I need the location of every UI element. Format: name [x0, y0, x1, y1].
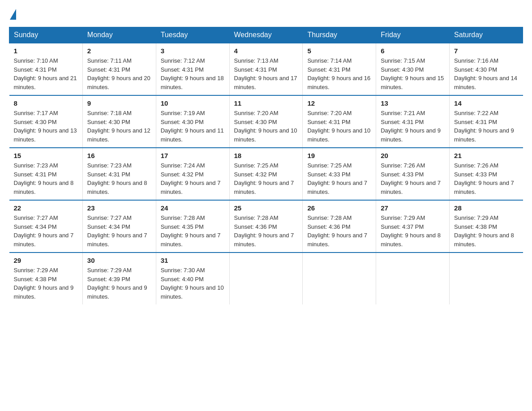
day-info: Sunrise: 7:28 AM Sunset: 4:36 PM Dayligh… [234, 214, 298, 248]
calendar-cell: 15 Sunrise: 7:23 AM Sunset: 4:31 PM Dayl… [9, 148, 83, 200]
calendar-table: SundayMondayTuesdayWednesdayThursdayFrid… [9, 27, 523, 304]
day-info: Sunrise: 7:29 AM Sunset: 4:38 PM Dayligh… [14, 266, 78, 301]
calendar-cell: 12 Sunrise: 7:20 AM Sunset: 4:31 PM Dayl… [303, 95, 376, 148]
day-number: 24 [161, 204, 225, 212]
day-number: 11 [234, 99, 298, 107]
day-info: Sunrise: 7:26 AM Sunset: 4:33 PM Dayligh… [454, 161, 518, 196]
weekday-header-wednesday: Wednesday [229, 27, 303, 43]
calendar-cell: 1 Sunrise: 7:10 AM Sunset: 4:31 PM Dayli… [9, 43, 83, 95]
day-number: 1 [14, 47, 78, 55]
calendar-cell: 6 Sunrise: 7:15 AM Sunset: 4:30 PM Dayli… [376, 43, 450, 95]
calendar-cell: 16 Sunrise: 7:23 AM Sunset: 4:31 PM Dayl… [82, 148, 156, 200]
calendar-cell: 27 Sunrise: 7:29 AM Sunset: 4:37 PM Dayl… [376, 200, 450, 253]
day-number: 31 [161, 257, 225, 264]
day-number: 17 [161, 152, 225, 159]
calendar-cell [376, 253, 450, 304]
calendar-cell: 8 Sunrise: 7:17 AM Sunset: 4:30 PM Dayli… [9, 95, 83, 148]
calendar-cell: 18 Sunrise: 7:25 AM Sunset: 4:32 PM Dayl… [229, 148, 303, 200]
calendar-cell [229, 253, 303, 304]
calendar-cell: 5 Sunrise: 7:14 AM Sunset: 4:31 PM Dayli… [303, 43, 376, 95]
weekday-header-tuesday: Tuesday [156, 27, 229, 43]
calendar-cell: 24 Sunrise: 7:28 AM Sunset: 4:35 PM Dayl… [156, 200, 229, 253]
day-number: 12 [307, 99, 371, 107]
day-info: Sunrise: 7:18 AM Sunset: 4:30 PM Dayligh… [87, 109, 151, 144]
logo-text-block [9, 9, 16, 18]
calendar-cell [450, 253, 523, 304]
day-number: 26 [307, 204, 371, 212]
calendar-cell: 4 Sunrise: 7:13 AM Sunset: 4:31 PM Dayli… [229, 43, 303, 95]
day-info: Sunrise: 7:13 AM Sunset: 4:31 PM Dayligh… [234, 56, 298, 91]
day-number: 23 [87, 204, 151, 212]
calendar-header: SundayMondayTuesdayWednesdayThursdayFrid… [9, 27, 523, 43]
day-info: Sunrise: 7:29 AM Sunset: 4:38 PM Dayligh… [454, 214, 518, 248]
day-info: Sunrise: 7:29 AM Sunset: 4:37 PM Dayligh… [381, 214, 445, 248]
day-number: 22 [14, 204, 78, 212]
weekday-header-monday: Monday [82, 27, 156, 43]
day-number: 8 [14, 99, 78, 107]
calendar-cell: 31 Sunrise: 7:30 AM Sunset: 4:40 PM Dayl… [156, 253, 229, 304]
day-number: 3 [161, 47, 225, 55]
calendar-cell: 2 Sunrise: 7:11 AM Sunset: 4:31 PM Dayli… [82, 43, 156, 95]
calendar-cell: 30 Sunrise: 7:29 AM Sunset: 4:39 PM Dayl… [82, 253, 156, 304]
calendar-week-row: 22 Sunrise: 7:27 AM Sunset: 4:34 PM Dayl… [9, 200, 523, 253]
day-number: 27 [381, 204, 445, 212]
day-number: 18 [234, 152, 298, 159]
day-info: Sunrise: 7:23 AM Sunset: 4:31 PM Dayligh… [87, 161, 151, 196]
calendar-cell: 23 Sunrise: 7:27 AM Sunset: 4:34 PM Dayl… [82, 200, 156, 253]
day-info: Sunrise: 7:20 AM Sunset: 4:31 PM Dayligh… [307, 109, 371, 144]
day-number: 14 [454, 99, 518, 107]
page-header [9, 9, 523, 18]
weekday-header-saturday: Saturday [450, 27, 523, 43]
calendar-cell: 19 Sunrise: 7:25 AM Sunset: 4:33 PM Dayl… [303, 148, 376, 200]
day-info: Sunrise: 7:30 AM Sunset: 4:40 PM Dayligh… [161, 266, 225, 301]
day-info: Sunrise: 7:12 AM Sunset: 4:31 PM Dayligh… [161, 56, 225, 91]
day-info: Sunrise: 7:10 AM Sunset: 4:31 PM Dayligh… [14, 56, 78, 91]
day-info: Sunrise: 7:28 AM Sunset: 4:35 PM Dayligh… [161, 214, 225, 248]
day-number: 19 [307, 152, 371, 159]
day-info: Sunrise: 7:21 AM Sunset: 4:31 PM Dayligh… [381, 109, 445, 144]
calendar-cell: 25 Sunrise: 7:28 AM Sunset: 4:36 PM Dayl… [229, 200, 303, 253]
day-number: 20 [381, 152, 445, 159]
calendar-cell: 17 Sunrise: 7:24 AM Sunset: 4:32 PM Dayl… [156, 148, 229, 200]
calendar-cell: 7 Sunrise: 7:16 AM Sunset: 4:30 PM Dayli… [450, 43, 523, 95]
calendar-week-row: 1 Sunrise: 7:10 AM Sunset: 4:31 PM Dayli… [9, 43, 523, 95]
day-info: Sunrise: 7:15 AM Sunset: 4:30 PM Dayligh… [381, 56, 445, 91]
calendar-cell: 29 Sunrise: 7:29 AM Sunset: 4:38 PM Dayl… [9, 253, 83, 304]
day-number: 6 [381, 47, 445, 55]
weekday-header-sunday: Sunday [9, 27, 83, 43]
day-info: Sunrise: 7:23 AM Sunset: 4:31 PM Dayligh… [14, 161, 78, 196]
weekday-header-row: SundayMondayTuesdayWednesdayThursdayFrid… [9, 27, 523, 43]
day-number: 25 [234, 204, 298, 212]
calendar-cell: 11 Sunrise: 7:20 AM Sunset: 4:30 PM Dayl… [229, 95, 303, 148]
day-info: Sunrise: 7:27 AM Sunset: 4:34 PM Dayligh… [87, 214, 151, 248]
weekday-header-thursday: Thursday [303, 27, 376, 43]
day-number: 2 [87, 47, 151, 55]
weekday-header-friday: Friday [376, 27, 450, 43]
day-number: 28 [454, 204, 518, 212]
day-info: Sunrise: 7:17 AM Sunset: 4:30 PM Dayligh… [14, 109, 78, 144]
day-info: Sunrise: 7:19 AM Sunset: 4:30 PM Dayligh… [161, 109, 225, 144]
calendar-cell: 10 Sunrise: 7:19 AM Sunset: 4:30 PM Dayl… [156, 95, 229, 148]
day-info: Sunrise: 7:26 AM Sunset: 4:33 PM Dayligh… [381, 161, 445, 196]
day-number: 7 [454, 47, 518, 55]
day-info: Sunrise: 7:20 AM Sunset: 4:30 PM Dayligh… [234, 109, 298, 144]
day-info: Sunrise: 7:25 AM Sunset: 4:33 PM Dayligh… [307, 161, 371, 196]
calendar-cell: 13 Sunrise: 7:21 AM Sunset: 4:31 PM Dayl… [376, 95, 450, 148]
day-number: 16 [87, 152, 151, 159]
day-number: 4 [234, 47, 298, 55]
day-info: Sunrise: 7:27 AM Sunset: 4:34 PM Dayligh… [14, 214, 78, 248]
day-number: 5 [307, 47, 371, 55]
day-number: 29 [14, 257, 78, 264]
day-number: 15 [14, 152, 78, 159]
day-number: 13 [381, 99, 445, 107]
calendar-cell: 3 Sunrise: 7:12 AM Sunset: 4:31 PM Dayli… [156, 43, 229, 95]
day-number: 30 [87, 257, 151, 264]
calendar-week-row: 15 Sunrise: 7:23 AM Sunset: 4:31 PM Dayl… [9, 148, 523, 200]
day-info: Sunrise: 7:14 AM Sunset: 4:31 PM Dayligh… [307, 56, 371, 91]
day-info: Sunrise: 7:28 AM Sunset: 4:36 PM Dayligh… [307, 214, 371, 248]
day-info: Sunrise: 7:11 AM Sunset: 4:31 PM Dayligh… [87, 56, 151, 91]
day-info: Sunrise: 7:16 AM Sunset: 4:30 PM Dayligh… [454, 56, 518, 91]
calendar-week-row: 8 Sunrise: 7:17 AM Sunset: 4:30 PM Dayli… [9, 95, 523, 148]
calendar-cell: 20 Sunrise: 7:26 AM Sunset: 4:33 PM Dayl… [376, 148, 450, 200]
day-info: Sunrise: 7:22 AM Sunset: 4:31 PM Dayligh… [454, 109, 518, 144]
